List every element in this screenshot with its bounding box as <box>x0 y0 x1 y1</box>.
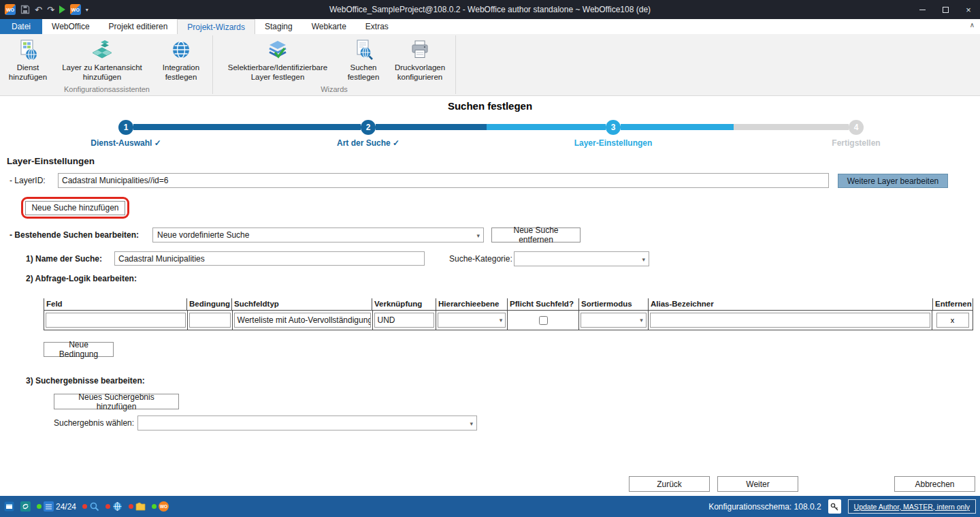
tab-projekt-wizards[interactable]: Projekt-Wizards <box>177 19 255 34</box>
quick-access-toolbar: WO ↶ ↷ WO ▾ <box>0 4 88 15</box>
sortiermodus-select[interactable]: ▾ <box>581 313 647 328</box>
search-define-icon <box>353 38 374 61</box>
query-table-header: Feld Bedingung Suchfeldtyp Verknüpfung H… <box>44 298 973 311</box>
bedingung-input[interactable] <box>189 313 231 328</box>
weboffice-app-icon[interactable]: WO <box>5 4 16 15</box>
save-icon[interactable] <box>20 5 30 14</box>
tab-staging[interactable]: Staging <box>255 19 302 34</box>
ribbon-group-label: Wizards <box>214 84 454 95</box>
service-add-icon <box>17 38 39 61</box>
wizard-step-2-label[interactable]: Art der Suche ✓ <box>337 138 399 148</box>
button-selektierbare-layer[interactable]: Selektierbare/Identifizierbare Layer fes… <box>214 38 341 82</box>
tab-datei[interactable]: Datei <box>0 19 42 34</box>
verknuepfung-select[interactable]: UND <box>374 313 435 328</box>
tab-weboffice[interactable]: WebOffice <box>42 19 99 34</box>
alias-input[interactable] <box>650 313 930 328</box>
ribbon-group-label: Konfigurationsassistenten <box>3 84 211 95</box>
button-dienst-hinzufuegen[interactable]: Dienst hinzufügen <box>3 38 53 82</box>
minimize-button[interactable] <box>911 0 934 19</box>
layer-to-map-icon <box>91 38 113 61</box>
status-led-red <box>129 504 133 509</box>
existing-searches-value: Neue vordefinierte Suche <box>157 230 249 240</box>
header-entfernen: Entfernen <box>932 298 973 310</box>
progress-segment-1 <box>133 124 361 130</box>
chevron-down-icon: ▾ <box>500 317 503 324</box>
new-condition-button[interactable]: Neue Bedingung <box>44 342 114 357</box>
layer-id-input[interactable] <box>58 173 829 188</box>
toolbar-dropdown-icon[interactable]: ▾ <box>86 7 88 13</box>
tab-webkarte[interactable]: Webkarte <box>302 19 356 34</box>
run-project-icon[interactable] <box>59 5 65 14</box>
select-result-label: Suchergebnis wählen: <box>54 418 134 428</box>
layers-status[interactable]: 24/24 <box>37 501 76 512</box>
tab-projekt-editieren[interactable]: Projekt editieren <box>99 19 178 34</box>
config-schema-label: Konfigurationsschema: 108.0.2 <box>708 502 821 512</box>
search-status[interactable] <box>82 501 99 512</box>
chevron-down-icon: ▾ <box>476 232 480 239</box>
button-suchen-festlegen[interactable]: Suchen festlegen <box>341 38 386 82</box>
ribbon-group-wizards: Selektierbare/Identifizierbare Layer fes… <box>214 34 454 95</box>
ribbon-separator <box>212 35 213 94</box>
search-name-input[interactable] <box>114 251 425 266</box>
pflicht-suchfeld-checkbox[interactable] <box>539 316 548 325</box>
redo-icon[interactable]: ↷ <box>47 5 54 14</box>
wizard-content: Suchen festlegen 1 2 3 4 Dienst-Auswahl … <box>0 96 980 496</box>
chevron-down-icon: ▾ <box>642 256 645 263</box>
collapse-ribbon-icon[interactable]: ∧ <box>970 21 975 29</box>
header-pflicht-suchfeld: Pflicht Suchfeld? <box>507 298 578 310</box>
wizard-step-3-circle[interactable]: 3 <box>606 120 621 135</box>
select-result-select[interactable]: ▾ <box>137 416 477 430</box>
hierarchieebene-select[interactable]: ▾ <box>438 313 506 328</box>
search-name-label: 1) Name der Suche: <box>26 254 102 264</box>
tab-extras[interactable]: Extras <box>356 19 398 34</box>
suchfeldtyp-select[interactable]: Werteliste mit Auto-Vervollständigung <box>234 313 371 328</box>
wizard-step-2-circle[interactable]: 2 <box>361 120 376 135</box>
ribbon-separator <box>455 35 456 94</box>
existing-searches-select[interactable]: Neue vordefinierte Suche ▾ <box>152 228 484 242</box>
globe-status[interactable] <box>105 501 122 512</box>
chevron-down-icon: ▾ <box>640 317 643 324</box>
button-druckvorlagen[interactable]: Druckvorlagen konfigurieren <box>386 38 454 82</box>
search-category-label: Suche-Kategorie: <box>449 254 512 264</box>
header-sortiermodus: Sortiermodus <box>578 298 648 310</box>
wizard-title: Suchen festlegen <box>0 100 980 112</box>
undo-icon[interactable]: ↶ <box>35 5 42 14</box>
button-layer-zu-kartenansicht[interactable]: Layer zu Kartenansicht hinzufügen <box>53 38 151 82</box>
weboffice-status[interactable]: WO <box>152 501 169 512</box>
weboffice-status-icon: WO <box>159 501 169 512</box>
highlight-rectangle: Neue Suche hinzufügen <box>21 197 129 219</box>
close-button[interactable]: × <box>957 0 980 19</box>
remove-search-button[interactable]: Neue Suche entfernen <box>491 228 581 242</box>
wizard-step-4-circle: 4 <box>849 120 864 135</box>
update-author-button[interactable]: Update Author, MASTER, intern only <box>848 499 976 514</box>
existing-searches-label: - Bestehende Suchen bearbeiten: <box>10 230 139 240</box>
weboffice-project-icon[interactable]: WO <box>70 4 81 15</box>
key-icon[interactable] <box>828 499 841 514</box>
add-search-button[interactable]: Neue Suche hinzufügen <box>25 201 125 215</box>
progress-segment-2a <box>376 124 487 130</box>
layer-counter: 24/24 <box>56 502 76 512</box>
integration-icon <box>170 38 192 61</box>
back-button[interactable]: Zurück <box>629 476 710 492</box>
ribbon-tabs: Datei WebOffice Projekt editieren Projek… <box>0 19 980 34</box>
app-window-icon[interactable] <box>4 501 14 512</box>
chevron-down-icon: ▾ <box>470 420 473 427</box>
query-logic-label: 2) Abfrage-Logik bearbeiten: <box>26 274 137 283</box>
remove-condition-button[interactable]: x <box>936 313 969 328</box>
feld-input[interactable] <box>46 313 186 328</box>
status-led-green <box>37 504 42 509</box>
sync-icon[interactable] <box>20 501 31 512</box>
header-alias-bezeichner: Alias-Bezeichner <box>648 298 932 310</box>
edit-more-layers-button[interactable]: Weitere Layer bearbeiten <box>838 174 948 188</box>
cancel-button[interactable]: Abbrechen <box>894 476 975 492</box>
wizard-step-1-circle[interactable]: 1 <box>118 120 133 135</box>
wizard-step-1-label[interactable]: Dienst-Auswahl ✓ <box>91 138 161 148</box>
search-category-select[interactable]: ▾ <box>514 251 649 266</box>
button-integration-festlegen[interactable]: Integration festlegen <box>151 38 211 82</box>
wizard-step-3-label: Layer-Einstellungen <box>574 138 653 148</box>
next-button[interactable]: Weiter <box>717 476 798 492</box>
maximize-button[interactable] <box>934 0 957 19</box>
folder-status[interactable] <box>129 501 146 512</box>
add-search-result-button[interactable]: Neues Suchergebnis hinzufügen <box>54 394 179 409</box>
search-status-icon <box>89 501 99 512</box>
